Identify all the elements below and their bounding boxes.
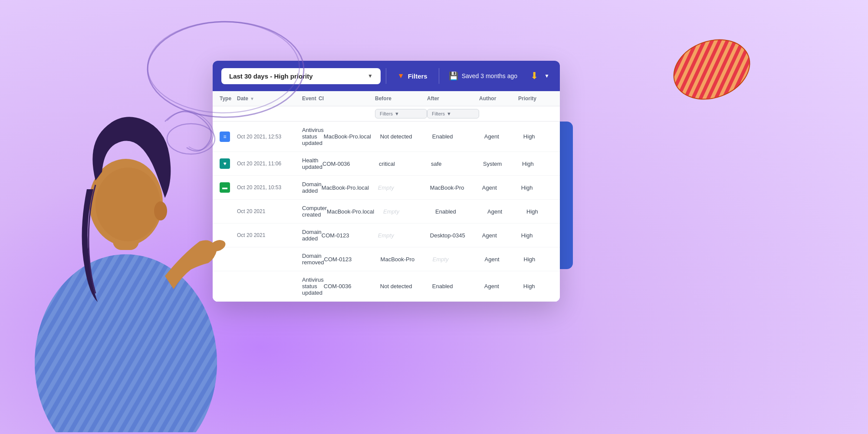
cell-priority: High	[522, 161, 557, 167]
cell-ci: COM-0123	[322, 232, 378, 239]
table-row[interactable]: Domain removed COM-0123 MacBook-Pro Empt…	[213, 247, 560, 271]
cell-event: Computer created	[302, 205, 327, 218]
funnel-icon: ▼	[398, 72, 404, 80]
save-icon: 💾	[449, 71, 458, 81]
cell-author: Agent	[484, 133, 523, 140]
cell-author: Agent	[485, 256, 524, 263]
svg-point-12	[35, 254, 217, 432]
cell-ci: MacBook-Pro.local	[327, 208, 383, 215]
table-row[interactable]: Oct 20 2021 Computer created MacBook-Pro…	[213, 200, 560, 224]
cell-priority: High	[523, 133, 558, 140]
cell-author: Agent	[484, 283, 523, 289]
cell-priority: High	[521, 232, 556, 239]
table-row[interactable]: ▬ Oct 20 2021, 10:53 Domain added MacBoo…	[213, 176, 560, 200]
cell-priority: High	[521, 184, 556, 191]
col-priority: Priority	[518, 95, 553, 102]
download-button[interactable]: ⬇	[527, 68, 542, 84]
cell-author: System	[483, 161, 522, 167]
cell-author: Agent	[487, 208, 526, 215]
table-row[interactable]: Oct 20 2021 Domain added COM-0123 Empty …	[213, 224, 560, 247]
col-after: After	[427, 95, 479, 102]
filter-funnel-icon: ▼	[395, 111, 399, 116]
cell-date: Oct 20 2021	[237, 232, 302, 238]
cell-priority: High	[523, 283, 558, 289]
cell-ci: COM-0123	[324, 256, 381, 263]
cell-after: MacBook-Pro	[430, 184, 482, 191]
after-filter-chip[interactable]: Filters ▼	[427, 109, 479, 118]
cell-priority: High	[524, 256, 559, 263]
cell-ci: MacBook-Pro.local	[322, 184, 378, 191]
table-row[interactable]: Antivirus status updated COM-0036 Not de…	[213, 271, 560, 302]
toolbar-divider	[386, 68, 386, 84]
cell-before: Not detected	[380, 133, 432, 140]
person-illustration	[17, 102, 243, 434]
cell-ci: COM-0036	[324, 283, 380, 289]
cell-event: Antivirus status updated	[302, 276, 324, 296]
cell-author: Agent	[482, 232, 521, 239]
saved-button[interactable]: 💾 Saved 3 months ago	[444, 67, 522, 85]
svg-point-6	[668, 35, 755, 104]
cell-before: Not detected	[380, 283, 432, 289]
svg-point-15	[95, 168, 161, 241]
cell-after: Empty	[433, 256, 485, 263]
col-before: Before	[375, 95, 427, 102]
cell-date: Oct 20 2021	[237, 208, 302, 214]
cell-before: critical	[379, 161, 431, 167]
before-filter-chip[interactable]: Filters ▼	[375, 109, 427, 118]
cell-ci: COM-0036	[322, 161, 379, 167]
cell-event: Domain removed	[302, 253, 324, 266]
cell-before: MacBook-Pro	[381, 256, 433, 263]
cell-after: Enabled	[432, 133, 484, 140]
filter-funnel-icon-2: ▼	[447, 111, 451, 116]
cell-before: Empty	[383, 208, 435, 215]
cell-event: Domain added	[302, 229, 322, 242]
saved-label: Saved 3 months ago	[462, 72, 517, 79]
toolbar-divider-2	[439, 68, 439, 84]
download-area: ⬇ ▼	[527, 68, 551, 84]
cell-after: Enabled	[432, 283, 484, 289]
cell-event: Domain added	[302, 181, 322, 194]
filters-button[interactable]: ▼ Filters	[391, 68, 434, 84]
cell-ci: MacBook-Pro.local	[324, 133, 380, 140]
filters-label: Filters	[408, 72, 427, 80]
cell-date: Oct 20 2021, 10:53	[237, 184, 302, 191]
cell-priority: High	[526, 208, 560, 215]
col-author: Author	[479, 95, 518, 102]
cell-author: Agent	[482, 184, 521, 191]
stripe-decoration	[668, 35, 755, 104]
cell-after: safe	[431, 161, 483, 167]
cell-before: Empty	[378, 232, 430, 239]
col-ci: CI	[319, 95, 375, 102]
cell-before: Empty	[378, 184, 430, 191]
download-dropdown-button[interactable]: ▼	[542, 70, 551, 82]
cell-after: Desktop-0345	[430, 232, 482, 239]
chevron-down-icon: ▼	[368, 73, 373, 79]
cell-after: Enabled	[435, 208, 487, 215]
svg-point-16	[154, 201, 167, 220]
